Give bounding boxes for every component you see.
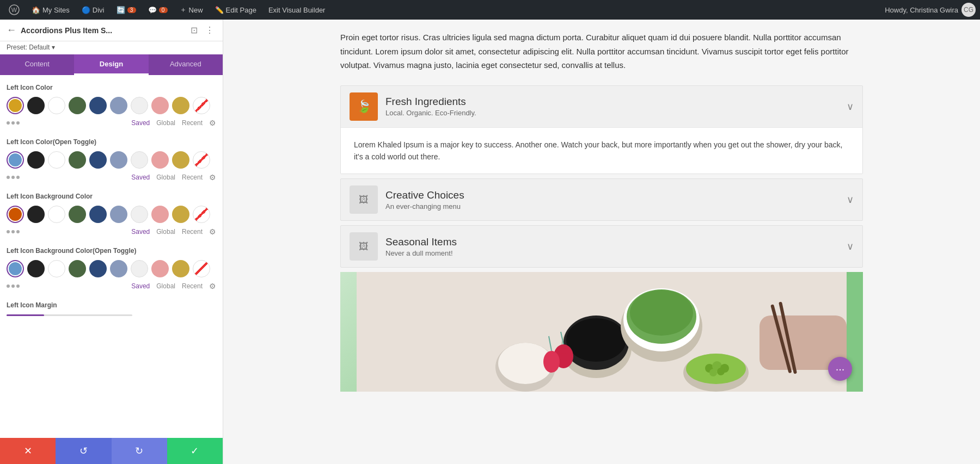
settings-icon-1[interactable]: ⚙ xyxy=(209,119,216,127)
swatch-none-3[interactable] xyxy=(193,206,210,223)
swatch-navy-3[interactable] xyxy=(89,206,107,223)
global-link-2[interactable]: Global xyxy=(156,174,175,181)
svg-point-14 xyxy=(543,351,560,373)
saved-link-4[interactable]: Saved xyxy=(131,282,150,290)
margin-slider-track[interactable] xyxy=(7,314,132,316)
accordion-fresh-header[interactable]: 🍃 Fresh Ingredients Local. Organic. Eco-… xyxy=(341,86,862,127)
swatch-gold2[interactable] xyxy=(172,97,189,114)
cancel-button[interactable]: ✕ xyxy=(0,438,56,464)
panel-header-icons: ⊡ ⋮ xyxy=(188,24,216,36)
plus-icon: ＋ xyxy=(180,5,187,15)
comments-icon: 💬 xyxy=(148,6,157,14)
swatch-white[interactable] xyxy=(48,97,65,114)
swatch-pink-3[interactable] xyxy=(151,206,169,223)
swatch-navy[interactable] xyxy=(89,97,107,114)
new-btn[interactable]: ＋ New xyxy=(175,0,207,20)
recent-link-3[interactable]: Recent xyxy=(182,228,203,236)
global-link-1[interactable]: Global xyxy=(156,119,175,127)
wp-logo-btn[interactable]: W xyxy=(4,0,24,20)
swatch-gold-3[interactable] xyxy=(172,206,189,223)
swatch-white-3[interactable] xyxy=(48,206,65,223)
confirm-button[interactable]: ✓ xyxy=(167,438,223,464)
swatch-orange-bg[interactable] xyxy=(7,206,24,223)
swatch-blue-bg[interactable] xyxy=(7,260,24,277)
svg-point-13 xyxy=(555,348,572,354)
left-icon-color-open-title: Left Icon Color(Open Toggle) xyxy=(7,138,216,146)
undo-button[interactable]: ↺ xyxy=(56,438,111,464)
comments-btn[interactable]: 💬 0 xyxy=(144,0,172,20)
settings-icon-2[interactable]: ⚙ xyxy=(209,173,216,182)
settings-icon-3[interactable]: ⚙ xyxy=(209,227,216,236)
swatch-gold[interactable] xyxy=(7,97,24,114)
image-icon-creative: 🖼 xyxy=(359,194,369,206)
svg-text:W: W xyxy=(11,7,17,13)
left-icon-color-swatches xyxy=(7,97,216,114)
swatch-green-2[interactable] xyxy=(69,151,86,169)
divi-btn[interactable]: 🔵 Divi xyxy=(77,0,109,20)
updates-btn[interactable]: 🔄 3 xyxy=(112,0,140,20)
swatch-light-4[interactable] xyxy=(131,260,148,277)
left-icon-bg-color-open-title: Left Icon Background Color(Open Toggle) xyxy=(7,247,216,255)
swatch-pink[interactable] xyxy=(151,97,169,114)
swatch-none-2[interactable] xyxy=(193,151,210,169)
leaf-icon: 🍃 xyxy=(357,100,371,114)
swatch-black[interactable] xyxy=(27,97,45,114)
swatch-light[interactable] xyxy=(131,97,148,114)
tab-content[interactable]: Content xyxy=(0,54,74,75)
swatch-none-4[interactable] xyxy=(193,260,210,277)
redo-button[interactable]: ↻ xyxy=(112,438,167,464)
global-link-3[interactable]: Global xyxy=(156,228,175,236)
settings-icon-4[interactable]: ⚙ xyxy=(209,282,216,290)
swatch-slate-3[interactable] xyxy=(110,206,127,223)
tab-design[interactable]: Design xyxy=(74,54,148,75)
swatch-slate-2[interactable] xyxy=(110,151,127,169)
swatch-gold-4[interactable] xyxy=(172,260,189,277)
swatch-none[interactable] xyxy=(193,97,210,114)
swatch-navy-4[interactable] xyxy=(89,260,107,277)
more-icon[interactable]: ⋮ xyxy=(203,24,216,36)
swatch-black-3[interactable] xyxy=(27,206,45,223)
accordion-creative-header[interactable]: 🖼 Creative Choices An ever-changing menu… xyxy=(341,179,862,220)
accordion-creative-title-group: Creative Choices An ever-changing menu xyxy=(385,189,839,211)
expand-icon[interactable]: ⊡ xyxy=(188,24,200,36)
accordion-fresh-title: Fresh Ingredients xyxy=(385,96,839,108)
swatch-navy-2[interactable] xyxy=(89,151,107,169)
swatch-green[interactable] xyxy=(69,97,86,114)
saved-link-1[interactable]: Saved xyxy=(131,119,150,127)
swatch-white-4[interactable] xyxy=(48,260,65,277)
global-link-4[interactable]: Global xyxy=(156,282,175,290)
saved-link-3[interactable]: Saved xyxy=(131,228,150,236)
swatch-white-2[interactable] xyxy=(48,151,65,169)
recent-link-4[interactable]: Recent xyxy=(182,282,203,290)
food-image-overlay: ··· xyxy=(828,357,852,381)
swatch-pink-2[interactable] xyxy=(151,151,169,169)
color-row-controls-1: Saved Global Recent ⚙ xyxy=(7,119,216,127)
swatch-gold-2[interactable] xyxy=(172,151,189,169)
my-sites-btn[interactable]: 🏠 My Sites xyxy=(27,0,74,20)
swatch-blue-open[interactable] xyxy=(7,151,24,169)
recent-link-2[interactable]: Recent xyxy=(182,174,203,181)
swatch-green-3[interactable] xyxy=(69,206,86,223)
edit-icon: ✏️ xyxy=(215,6,224,14)
color-dots-4 xyxy=(7,284,20,288)
admin-bar: W 🏠 My Sites 🔵 Divi 🔄 3 💬 0 ＋ New ✏️ Edi… xyxy=(0,0,980,20)
tab-advanced[interactable]: Advanced xyxy=(149,54,223,75)
saved-link-2[interactable]: Saved xyxy=(131,174,150,181)
swatch-slate[interactable] xyxy=(110,97,127,114)
back-button[interactable]: ← xyxy=(7,24,16,36)
edit-page-btn[interactable]: ✏️ Edit Page xyxy=(211,0,261,20)
swatch-pink-4[interactable] xyxy=(151,260,169,277)
recent-link-1[interactable]: Recent xyxy=(182,119,203,127)
panel-preset[interactable]: Preset: Default ▾ xyxy=(0,41,223,54)
swatch-light-3[interactable] xyxy=(131,206,148,223)
swatch-black-4[interactable] xyxy=(27,260,45,277)
main-layout: ← Accordions Plus Item S... ⊡ ⋮ Preset: … xyxy=(0,20,980,464)
accordion-seasonal-header[interactable]: 🖼 Seasonal Items Never a dull moment! ∨ xyxy=(341,226,862,267)
swatch-black-2[interactable] xyxy=(27,151,45,169)
swatch-light-2[interactable] xyxy=(131,151,148,169)
swatch-slate-4[interactable] xyxy=(110,260,127,277)
swatch-green-4[interactable] xyxy=(69,260,86,277)
comments-badge: 0 xyxy=(159,7,168,13)
exit-builder-btn[interactable]: Exit Visual Builder xyxy=(264,0,330,20)
fab-button[interactable]: ··· xyxy=(828,357,852,381)
